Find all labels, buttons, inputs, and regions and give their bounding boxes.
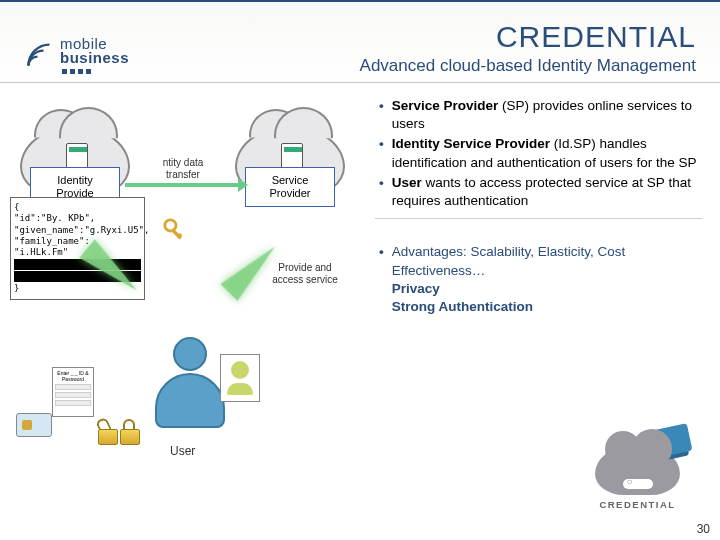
bullet-user: User wants to access protected service a… bbox=[379, 174, 702, 210]
transfer-label: ntity data transfer bbox=[138, 157, 228, 180]
bullet-idsp: Identity Service Provider (Id.SP) handle… bbox=[379, 135, 702, 171]
user-label: User bbox=[170, 445, 195, 459]
page-number: 30 bbox=[697, 522, 710, 536]
arrow-right-icon bbox=[125, 183, 240, 187]
separator bbox=[375, 218, 702, 219]
signal-icon bbox=[24, 40, 54, 70]
login-form-icon: Enter _ _ ID & Password bbox=[52, 367, 94, 417]
keyhole-icon bbox=[623, 479, 653, 489]
logo-line2: business bbox=[60, 51, 129, 65]
text-column: Service Provider (SP) provides online se… bbox=[375, 97, 702, 457]
logo-dots-icon bbox=[62, 69, 129, 74]
page-subtitle: Advanced cloud-based Identity Management bbox=[141, 56, 696, 76]
bullet-sp: Service Provider (SP) provides online se… bbox=[379, 97, 702, 133]
credential-logo-text: CREDENTIAL bbox=[595, 499, 680, 510]
cloud-logo-icon bbox=[595, 445, 680, 495]
smartcard-icon bbox=[16, 413, 52, 437]
key-icon bbox=[162, 217, 190, 245]
bullet-advantages: Advantages: Scalability, Elasticity, Cos… bbox=[379, 243, 702, 316]
sp-box: Service Provider bbox=[245, 167, 335, 207]
slide-header: mobile business CREDENTIAL Advanced clou… bbox=[0, 2, 720, 83]
slide-body: Identity Provide Service Provider ntity … bbox=[0, 83, 720, 457]
provide-label: Provide and access service bbox=[265, 262, 345, 285]
user-icon bbox=[150, 337, 230, 432]
brand-logo: mobile business bbox=[24, 37, 129, 75]
padlocks-icon bbox=[98, 419, 142, 445]
diagram-area: Identity Provide Service Provider ntity … bbox=[10, 97, 365, 457]
page-title: CREDENTIAL bbox=[141, 20, 696, 54]
id-card-icon bbox=[220, 354, 260, 402]
credential-logo: CREDENTIAL bbox=[595, 445, 680, 510]
